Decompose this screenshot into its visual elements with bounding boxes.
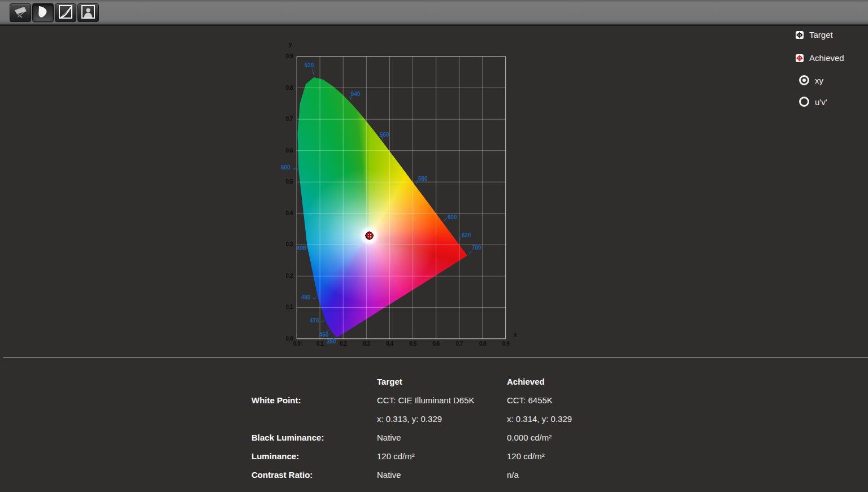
profile-button[interactable] xyxy=(77,3,99,22)
wavelength-label-600: 600 xyxy=(448,214,457,220)
wavelength-tick xyxy=(321,321,324,322)
x-tick-label: 0.6 xyxy=(428,341,445,347)
y-tick-label: 0.3 xyxy=(278,241,293,247)
row-label: Contrast Ratio: xyxy=(251,470,377,480)
achieved-value: n/a xyxy=(507,470,665,480)
x-axis-label: x xyxy=(514,332,517,338)
y-tick-label: 0.1 xyxy=(278,304,293,310)
legend-target-label: Target xyxy=(809,30,833,40)
wavelength-label-380: 380 xyxy=(327,338,336,345)
row-label: Luminance: xyxy=(251,451,377,461)
wavelength-tick xyxy=(469,251,471,254)
wavelength-tick xyxy=(313,298,316,299)
x-tick-label: 0.2 xyxy=(335,341,351,347)
gamut-icon xyxy=(36,5,50,21)
x-tick-label: 0.1 xyxy=(311,341,328,347)
chart-grid-overlay xyxy=(297,56,506,339)
wavelength-tick xyxy=(444,218,447,221)
x-tick-label: 0.7 xyxy=(451,341,468,347)
radio-xy[interactable]: xy xyxy=(799,75,823,85)
y-tick-label: 0.4 xyxy=(278,210,293,216)
gamut-view-button[interactable] xyxy=(32,3,54,22)
achieved-marker-icon xyxy=(796,54,804,62)
achieved-value: 0.000 cd/m² xyxy=(507,433,665,442)
wavelength-label-500: 500 xyxy=(281,164,290,171)
y-axis-label: y xyxy=(289,41,292,47)
target-value: x: 0.313, y: 0.329 xyxy=(377,414,507,424)
toolbar-button-group xyxy=(10,3,99,22)
y-tick-label: 0.0 xyxy=(278,336,293,342)
wavelength-label-620: 620 xyxy=(462,232,471,238)
column-header-target: Target xyxy=(377,377,507,386)
wavelength-label-700: 700 xyxy=(472,245,481,251)
wavelength-tick xyxy=(313,69,314,75)
y-tick-label: 0.6 xyxy=(278,147,293,154)
wavelength-label-490: 490 xyxy=(297,245,306,251)
target-marker-icon xyxy=(796,31,804,39)
wavelength-label-470: 470 xyxy=(310,317,319,324)
legend-achieved: Achieved xyxy=(796,53,844,63)
achieved-value: CCT: 6455K xyxy=(507,395,665,405)
wavelength-label-560: 560 xyxy=(380,132,389,138)
radio-uv-button[interactable] xyxy=(799,97,809,107)
row-label: White Point: xyxy=(251,395,377,405)
y-tick-label: 0.7 xyxy=(278,116,293,122)
plot-border xyxy=(297,57,506,339)
wavelength-label-520: 520 xyxy=(305,62,314,68)
radio-uv-label: u'v' xyxy=(815,97,827,107)
radio-xy-label: xy xyxy=(815,76,823,85)
row-label: Black Luminance: xyxy=(251,433,377,442)
display-view-button[interactable] xyxy=(10,3,31,22)
column-header-achieved: Achieved xyxy=(507,377,665,386)
achieved-value: 120 cd/m² xyxy=(507,451,665,461)
legend-achieved-label: Achieved xyxy=(809,53,844,63)
radio-uv[interactable]: u'v' xyxy=(799,97,827,107)
x-tick-label: 0.3 xyxy=(358,341,375,347)
target-value: Native xyxy=(377,470,507,480)
y-tick-label: 0.5 xyxy=(278,178,293,185)
section-separator xyxy=(3,357,868,358)
x-tick-label: 0.5 xyxy=(405,341,422,347)
x-tick-label: 0.8 xyxy=(474,341,491,347)
radio-xy-button[interactable] xyxy=(799,75,809,85)
y-tick-label: 0.2 xyxy=(278,273,293,279)
profile-icon xyxy=(81,5,96,21)
wavelength-label-580: 580 xyxy=(418,176,428,182)
achieved-value: x: 0.314, y: 0.329 xyxy=(507,414,665,424)
x-tick-label: 0.4 xyxy=(381,341,398,347)
wavelength-label-460: 460 xyxy=(319,332,329,338)
target-value: Native xyxy=(377,433,507,442)
target-value: CCT: CIE Illuminant D65K xyxy=(377,395,507,405)
wavelength-label-480: 480 xyxy=(301,294,311,301)
wavelength-label-540: 540 xyxy=(351,91,361,97)
display-icon xyxy=(12,5,28,20)
legend-target: Target xyxy=(796,30,833,40)
x-tick-label: 0.9 xyxy=(497,341,514,347)
toolbar xyxy=(0,0,868,26)
results-table: TargetAchievedWhite Point:CCT: CIE Illum… xyxy=(251,372,665,484)
tone-curve-icon xyxy=(58,5,73,21)
target-value: 120 cd/m² xyxy=(377,451,507,461)
y-tick-label: 0.9 xyxy=(278,53,293,59)
chromaticity-chart: x y 0.00.10.20.30.40.50.60.70.80.90.00.1… xyxy=(297,56,506,339)
tone-curve-button[interactable] xyxy=(55,3,76,22)
y-tick-label: 0.8 xyxy=(278,85,293,91)
